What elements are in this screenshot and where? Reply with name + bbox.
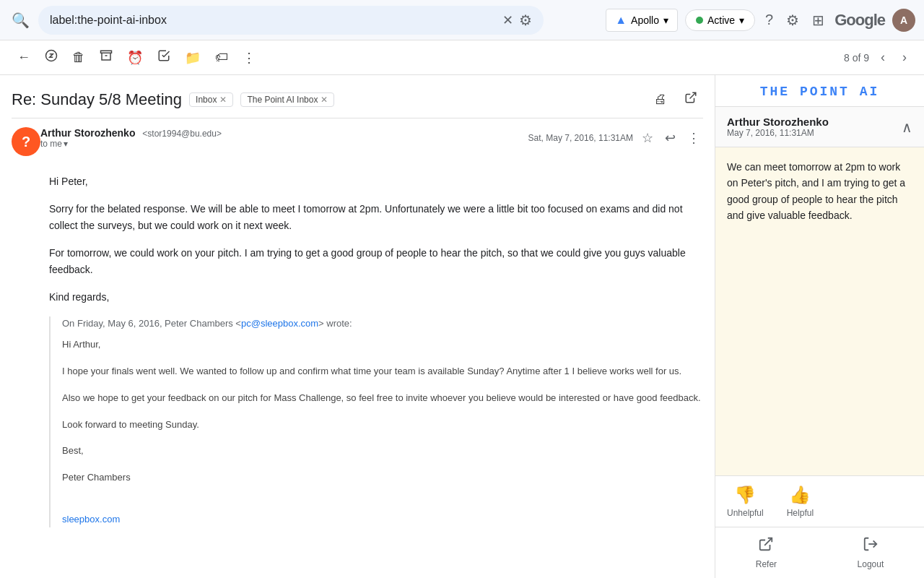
email-body: Hi Peter, Sorry for the belated response… xyxy=(12,165,703,536)
star-button[interactable]: ☆ xyxy=(639,127,656,149)
quoted-sender-link[interactable]: pc@sleepbox.com xyxy=(241,318,318,329)
back-button[interactable]: ← xyxy=(12,46,36,69)
quoted-paragraph-2: Also we hope to get your feedback on our… xyxy=(62,391,703,406)
sender-date: Sat, May 7, 2016, 11:31AM xyxy=(528,133,633,143)
collapse-button[interactable]: ∧ xyxy=(902,118,912,136)
email-area: Re: Sunday 5/8 Meeting Inbox ✕ The Point… xyxy=(0,75,715,578)
print-button[interactable]: 🖨 xyxy=(648,87,673,112)
body-closing: Kind regards, xyxy=(49,289,703,305)
tag-point-inbox: The Point AI Inbox ✕ xyxy=(240,92,334,107)
main-layout: Re: Sunday 5/8 Meeting Inbox ✕ The Point… xyxy=(0,75,924,578)
quoted-sign-name: Peter Chambers xyxy=(62,470,703,486)
active-label: Active xyxy=(707,14,735,26)
sidebar-sender-info: Arthur Storozhenko May 7, 2016, 11:31AM xyxy=(727,116,829,138)
settings-button[interactable]: ⚙ xyxy=(783,9,802,32)
refer-label: Refer xyxy=(756,559,777,569)
active-dropdown-icon: ▾ xyxy=(739,14,744,26)
thumbs-up-icon: 👍 xyxy=(789,485,811,505)
apollo-icon: ▲ xyxy=(615,14,627,27)
filter-icon[interactable]: ⚙ xyxy=(519,12,532,29)
search-icon[interactable]: 🔍 xyxy=(9,9,32,32)
active-status-dot xyxy=(696,17,703,24)
svg-line-2 xyxy=(690,92,696,98)
folder-button[interactable]: 📁 xyxy=(179,46,206,70)
logout-button[interactable]: Logout xyxy=(858,536,884,569)
sender-avatar: ? xyxy=(12,127,40,156)
quoted-email: On Friday, May 6, 2016, Peter Chambers <… xyxy=(49,316,703,527)
pagination: 8 of 9 ‹ › xyxy=(844,47,912,68)
email-subject: Re: Sunday 5/8 Meeting xyxy=(12,90,182,109)
quoted-greeting: Hi Arthur, xyxy=(62,337,703,353)
label-button[interactable]: 🏷 xyxy=(209,46,234,69)
refer-icon xyxy=(758,536,774,556)
sidebar-summary: We can meet tomorrow at 2pm to work on P… xyxy=(715,147,924,475)
snooze-button[interactable] xyxy=(39,45,64,70)
quoted-paragraph-1: I hope your finals went well. We wanted … xyxy=(62,364,703,379)
reply-button[interactable]: ↩ xyxy=(662,127,679,149)
unhelpful-label: Unhelpful xyxy=(727,508,764,518)
more-button[interactable]: ⋮ xyxy=(237,46,261,70)
top-bar: 🔍 ✕ ⚙ ▲ Apollo ▾ Active ▾ ? ⚙ ⊞ Google A xyxy=(0,0,924,40)
delete-button[interactable]: 🗑 xyxy=(66,46,91,69)
sender-name: Arthur Storozhenko xyxy=(40,127,135,139)
external-button[interactable] xyxy=(679,87,703,112)
svg-rect-1 xyxy=(101,51,112,53)
thumbs-down-icon: 👎 xyxy=(734,485,756,505)
helpful-button[interactable]: 👍 Helpful xyxy=(787,485,814,518)
google-logo: Google xyxy=(834,11,885,30)
search-input[interactable] xyxy=(50,14,497,27)
body-paragraph-1: Sorry for the belated response. We will … xyxy=(49,201,703,233)
right-sidebar: THE POINT AI Arthur Storozhenko May 7, 2… xyxy=(715,75,924,578)
point-ai-logo: THE POINT AI xyxy=(715,75,924,107)
email-more-button[interactable]: ⋮ xyxy=(684,127,703,149)
sidebar-feedback-actions: 👎 Unhelpful 👍 Helpful xyxy=(715,475,924,527)
helpful-label: Helpful xyxy=(787,508,814,518)
pagination-text: 8 of 9 xyxy=(844,52,869,64)
apollo-dropdown-icon: ▾ xyxy=(663,14,668,26)
sender-name-row: Arthur Storozhenko <stor1994@bu.edu> xyxy=(40,127,528,139)
tag-point-inbox-close[interactable]: ✕ xyxy=(321,95,328,105)
archive-button[interactable] xyxy=(94,45,118,70)
search-box: ✕ ⚙ xyxy=(38,6,544,35)
quoted-header: On Friday, May 6, 2016, Peter Chambers <… xyxy=(62,316,703,332)
search-clear-button[interactable]: ✕ xyxy=(502,12,513,28)
svg-line-3 xyxy=(765,538,772,545)
sidebar-header: Arthur Storozhenko May 7, 2016, 11:31AM … xyxy=(715,107,924,147)
sidebar-sender-date: May 7, 2016, 11:31AM xyxy=(727,128,829,138)
sender-actions: Sat, May 7, 2016, 11:31AM ☆ ↩ ⋮ xyxy=(528,127,703,149)
chevron-down-icon: ▾ xyxy=(64,139,68,149)
apollo-label: Apollo xyxy=(631,14,659,26)
unhelpful-button[interactable]: 👎 Unhelpful xyxy=(727,485,764,518)
sender-details: Arthur Storozhenko <stor1994@bu.edu> to … xyxy=(40,127,528,149)
sender-to[interactable]: to me ▾ xyxy=(40,139,528,149)
check-button[interactable] xyxy=(152,45,176,70)
sleepbox-link[interactable]: sleepbox.com xyxy=(62,514,120,525)
logout-label: Logout xyxy=(858,559,884,569)
top-right-controls: ▲ Apollo ▾ Active ▾ ? ⚙ ⊞ Google A xyxy=(606,9,915,32)
tag-inbox: Inbox ✕ xyxy=(189,92,233,107)
email-subject-row: Re: Sunday 5/8 Meeting Inbox ✕ The Point… xyxy=(12,75,703,118)
logout-icon xyxy=(863,536,879,556)
tag-inbox-close[interactable]: ✕ xyxy=(219,95,227,105)
body-greeting: Hi Peter, xyxy=(49,173,703,189)
avatar[interactable]: A xyxy=(892,9,915,32)
prev-button[interactable]: ‹ xyxy=(875,47,891,68)
sidebar-bottom: Refer Logout xyxy=(715,527,924,578)
quoted-paragraph-3: Look forward to meeting Sunday. xyxy=(62,418,703,433)
help-button[interactable]: ? xyxy=(762,9,776,31)
apollo-button[interactable]: ▲ Apollo ▾ xyxy=(606,9,678,32)
sender-email: <stor1994@bu.edu> xyxy=(142,129,222,139)
next-button[interactable]: › xyxy=(897,47,912,68)
toolbar: ← 🗑 ⏰ 📁 🏷 ⋮ 8 of 9 ‹ › xyxy=(0,40,924,75)
quoted-sign-best: Best, xyxy=(62,444,703,459)
refer-button[interactable]: Refer xyxy=(756,536,777,569)
grid-button[interactable]: ⊞ xyxy=(809,9,827,32)
body-paragraph-2: For tomorrow, we could work on your pitc… xyxy=(49,245,703,277)
summary-text: We can meet tomorrow at 2pm to work on P… xyxy=(727,159,912,224)
clock-button[interactable]: ⏰ xyxy=(121,46,149,70)
sender-row: ? Arthur Storozhenko <stor1994@bu.edu> t… xyxy=(12,118,703,165)
sidebar-sender-name: Arthur Storozhenko xyxy=(727,116,829,128)
active-button[interactable]: Active ▾ xyxy=(685,9,755,31)
